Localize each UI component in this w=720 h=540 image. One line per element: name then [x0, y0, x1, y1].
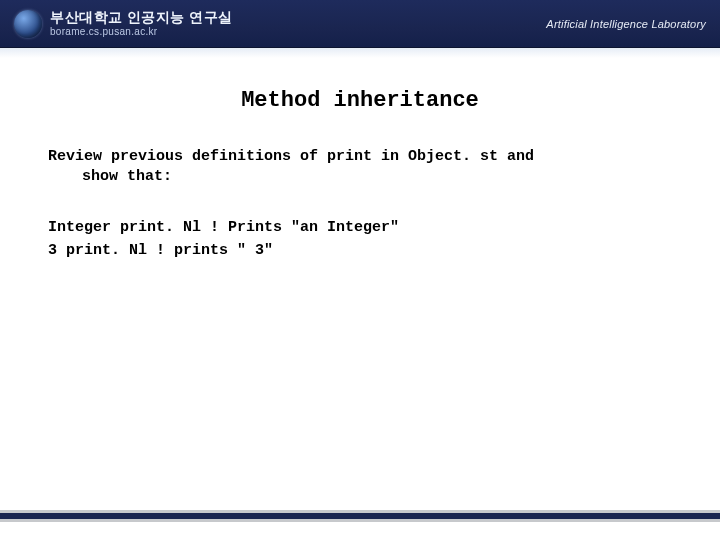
intro-line-2: show that:	[82, 168, 172, 185]
slide-footer-bar	[0, 510, 720, 522]
header-gradient-band	[0, 48, 720, 58]
header-text-block: 부산대학교 인공지능 연구실 borame.cs.pusan.ac.kr	[50, 10, 233, 36]
university-logo-icon	[14, 10, 42, 38]
slide-title: Method inheritance	[48, 88, 672, 113]
code-line-1: Integer print. Nl ! Prints "an Integer"	[48, 216, 672, 239]
org-title: 부산대학교 인공지능 연구실	[50, 10, 233, 25]
code-line-2: 3 print. Nl ! prints " 3"	[48, 239, 672, 262]
header-left-group: 부산대학교 인공지능 연구실 borame.cs.pusan.ac.kr	[14, 10, 233, 38]
slide-content: Method inheritance Review previous defin…	[0, 58, 720, 262]
intro-line-1: Review previous definitions of print in …	[48, 148, 534, 165]
code-block: Integer print. Nl ! Prints "an Integer" …	[48, 216, 672, 263]
org-subdomain: borame.cs.pusan.ac.kr	[50, 26, 233, 37]
lab-label: Artificial Intelligence Laboratory	[546, 18, 706, 30]
slide-header: 부산대학교 인공지능 연구실 borame.cs.pusan.ac.kr Art…	[0, 0, 720, 48]
intro-paragraph: Review previous definitions of print in …	[48, 147, 672, 188]
